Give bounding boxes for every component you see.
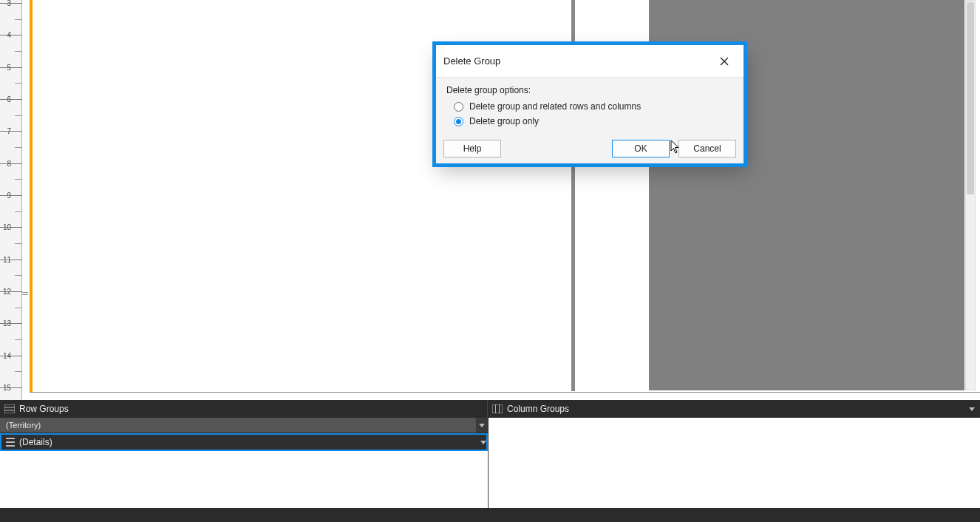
radio-icon xyxy=(454,117,463,126)
column-groups-icon xyxy=(492,404,503,413)
vertical-scrollbar[interactable] xyxy=(965,0,976,390)
help-button[interactable]: Help xyxy=(443,140,501,157)
ok-button[interactable]: OK xyxy=(612,140,670,157)
delete-group-dialog: Delete Group Delete group options: Delet… xyxy=(432,41,747,167)
ruler-split-grip[interactable] xyxy=(22,291,28,296)
row-groups-icon xyxy=(4,404,15,413)
row-groups-list: (Territory) (Details) xyxy=(0,418,488,508)
chevron-down-icon[interactable] xyxy=(480,441,486,444)
svg-rect-3 xyxy=(492,404,503,413)
vertical-ruler: 3456789101112131415 xyxy=(0,0,22,400)
close-icon[interactable] xyxy=(712,51,736,72)
vertical-scrollbar-thumb[interactable] xyxy=(967,2,974,194)
cancel-button[interactable]: Cancel xyxy=(678,140,736,157)
dialog-body: Delete group options: Delete group and r… xyxy=(436,78,743,163)
column-groups-label: Column Groups xyxy=(507,404,569,414)
dialog-title: Delete Group xyxy=(443,55,712,67)
groups-panel-header: Row Groups Column Groups xyxy=(0,400,980,418)
radio-icon xyxy=(454,102,463,112)
dialog-footer: Help OK Cancel xyxy=(436,134,743,163)
column-groups-header[interactable]: Column Groups xyxy=(488,400,980,418)
status-bar xyxy=(0,508,980,522)
option-label: Delete group and related rows and column… xyxy=(469,100,641,113)
row-groups-label: Row Groups xyxy=(19,404,69,414)
row-group-item-territory[interactable]: (Territory) xyxy=(0,418,488,433)
option-label: Delete group only xyxy=(469,115,539,128)
svg-rect-0 xyxy=(4,404,15,413)
option-delete-group-and-related[interactable]: Delete group and related rows and column… xyxy=(454,100,733,113)
group-item-label: (Territory) xyxy=(6,421,41,430)
group-item-label: (Details) xyxy=(19,437,52,447)
design-canvas-bottom-border xyxy=(30,392,980,393)
details-icon xyxy=(6,438,15,447)
chevron-down-icon[interactable] xyxy=(476,418,488,433)
chevron-down-icon[interactable] xyxy=(968,405,976,413)
row-group-item-details[interactable]: (Details) xyxy=(0,433,488,451)
option-delete-group-only[interactable]: Delete group only xyxy=(454,115,733,128)
column-groups-list xyxy=(488,418,980,508)
row-groups-header[interactable]: Row Groups xyxy=(0,400,488,418)
options-label: Delete group options: xyxy=(446,85,733,95)
dialog-titlebar[interactable]: Delete Group xyxy=(436,45,743,78)
